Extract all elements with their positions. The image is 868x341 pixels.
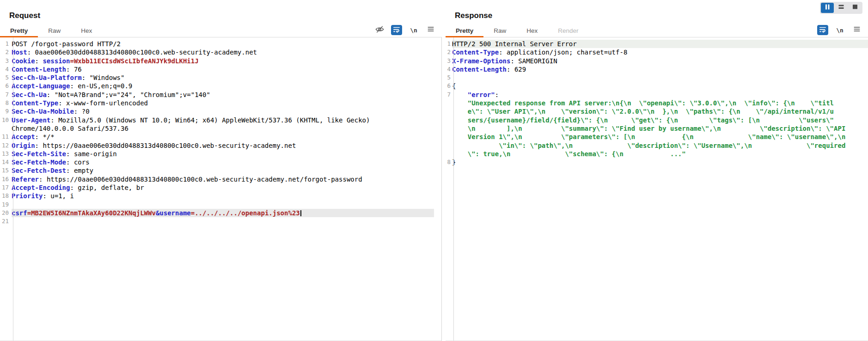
line-number: 5 — [446, 73, 452, 82]
code-text: sers/{username}/field/{field}\": {\n \"g… — [452, 116, 868, 124]
word-wrap-button[interactable] — [391, 25, 402, 35]
rows-layout-icon — [835, 2, 848, 14]
code-line: 2Host: 0aae006e030dd0488313d40800c100c0.… — [0, 48, 434, 56]
code-text: Sec-Fetch-Dest: empty — [12, 166, 434, 175]
code-text: csrf=MB2EW5I6NZnmTAkaXAy60D22KNqjLWWv&us… — [12, 209, 434, 217]
code-line: 4Content-Length: 76 — [0, 65, 434, 73]
tab-pretty[interactable]: Pretty — [446, 25, 483, 37]
tab-pretty[interactable]: Pretty — [0, 25, 38, 37]
code-line: Version 1\",\n \"parameters\": [\n {\n \… — [446, 133, 868, 141]
line-number: 19 — [0, 201, 12, 209]
combined-layout-icon — [849, 2, 862, 14]
line-number — [446, 99, 452, 107]
code-line: sers/{username}/field/{field}\": {\n \"g… — [446, 116, 868, 124]
tab-raw[interactable]: Raw — [38, 25, 71, 37]
columns-layout-button[interactable] — [821, 3, 834, 13]
word-wrap-button[interactable] — [817, 25, 828, 35]
line-number — [0, 124, 12, 133]
code-line: 17Accept-Encoding: gzip, deflate, br — [0, 183, 434, 192]
rows-layout-button[interactable] — [835, 3, 848, 13]
code-text: Host: 0aae006e030dd0488313d40800c100c0.w… — [12, 48, 434, 56]
line-number: 18 — [0, 192, 12, 200]
code-line: 16Referer: https://0aae006e030dd0488313d… — [0, 175, 434, 183]
line-number: 2 — [446, 48, 452, 56]
code-line: 3Cookie: session=Wxbb11ECIsdWScLIbfeANJY… — [0, 57, 434, 65]
code-text: Origin: https://0aae006e030dd0488313d408… — [12, 141, 434, 150]
line-number — [446, 141, 452, 150]
request-editor[interactable]: 1POST /forgot-password HTTP/22Host: 0aae… — [0, 37, 442, 341]
code-text: e\": \"User API\",\n \"version\": \"2.0.… — [452, 107, 868, 116]
code-line: e\": \"User API\",\n \"version\": \"2.0.… — [446, 107, 868, 116]
code-text: } — [452, 158, 868, 166]
line-number: 3 — [446, 57, 452, 65]
nonprintable-chars-button[interactable]: \n — [834, 25, 845, 35]
code-text: Accept: */* — [12, 133, 434, 141]
text-cursor — [300, 210, 301, 216]
eye-off-icon — [375, 24, 385, 36]
code-text: Sec-Fetch-Site: same-origin — [12, 150, 434, 158]
line-number: 10 — [0, 116, 12, 124]
line-number: 8 — [0, 99, 12, 107]
code-line: 19 — [0, 201, 434, 209]
line-number: 21 — [0, 217, 12, 225]
code-text — [452, 73, 868, 82]
code-text: Content-Type: x-www-form-urlencoded — [12, 99, 434, 107]
tab-render: Render — [548, 25, 588, 37]
columns-layout-icon — [821, 2, 834, 14]
hamburger-menu-icon — [853, 25, 861, 35]
line-number: 4 — [446, 65, 452, 73]
code-line: \n ],\n \"summary\": \"Find user by user… — [446, 124, 868, 133]
line-number: 16 — [0, 175, 12, 183]
code-text: Content-Length: 76 — [12, 65, 434, 73]
code-text: \"in\": \"path\",\n \"description\": \"U… — [452, 141, 868, 150]
line-number: 14 — [0, 158, 12, 166]
response-panel: Response PrettyRawHexRender \n — [446, 0, 868, 341]
code-text: Cookie: session=Wxbb11ECIsdWScLIbfeANJYk… — [12, 57, 434, 65]
combined-layout-button[interactable] — [849, 3, 862, 13]
line-number: 5 — [0, 73, 12, 82]
code-line: 8} — [446, 158, 868, 166]
word-wrap-icon — [819, 25, 827, 35]
line-number: 7 — [446, 91, 452, 99]
tab-raw[interactable]: Raw — [483, 25, 516, 37]
code-line: 5Sec-Ch-Ua-Platform: "Windows" — [0, 73, 434, 82]
code-text: Accept-Language: en-US,en;q=0.9 — [12, 82, 434, 90]
code-line: 9Sec-Ch-Ua-Mobile: ?0 — [0, 107, 434, 116]
line-number: 6 — [446, 82, 452, 90]
code-line: 15Sec-Fetch-Dest: empty — [0, 166, 434, 175]
code-text: \n ],\n \"summary\": \"Find user by user… — [452, 124, 868, 133]
code-text: Priority: u=1, i — [12, 192, 434, 200]
tab-hex[interactable]: Hex — [516, 25, 548, 37]
code-text: { — [452, 82, 868, 90]
nonprintable-chars-button[interactable]: \n — [408, 25, 419, 35]
line-number: 4 — [0, 65, 12, 73]
line-number: 2 — [0, 48, 12, 56]
code-line: 13Sec-Fetch-Site: same-origin — [0, 150, 434, 158]
line-number: 12 — [0, 141, 12, 150]
code-line: 6Accept-Language: en-US,en;q=0.9 — [0, 82, 434, 90]
code-text: Sec-Ch-Ua-Mobile: ?0 — [12, 107, 434, 116]
code-text: Sec-Ch-Ua-Platform: "Windows" — [12, 73, 434, 82]
code-text: Sec-Ch-Ua: "Not=A?Brand";v="24", "Chromi… — [12, 91, 434, 99]
line-number — [446, 107, 452, 116]
line-number: 8 — [446, 158, 452, 166]
response-editor[interactable]: 1HTTP/2 500 Internal Server Error2Conten… — [446, 37, 868, 341]
hamburger-menu-icon — [427, 25, 435, 35]
code-line: 11Accept: */* — [0, 133, 434, 141]
word-wrap-icon — [392, 25, 401, 35]
panel-splitter[interactable] — [442, 0, 446, 341]
editor-menu-button[interactable] — [851, 25, 862, 35]
tab-hex[interactable]: Hex — [71, 25, 102, 37]
code-line: 7 "error": — [446, 91, 868, 99]
code-text: POST /forgot-password HTTP/2 — [12, 40, 434, 48]
line-number — [446, 116, 452, 124]
visibility-toggle-button[interactable] — [374, 25, 385, 35]
newline-icon: \n — [410, 27, 417, 34]
code-line: 20csrf=MB2EW5I6NZnmTAkaXAy60D22KNqjLWWv&… — [0, 209, 434, 217]
editor-menu-button[interactable] — [425, 25, 436, 35]
code-text: Chrome/140.0.0.0 Safari/537.36 — [12, 124, 434, 133]
code-line: \": true,\n \"schema\": {\n ..." — [446, 150, 868, 158]
code-line: 3X-Frame-Options: SAMEORIGIN — [446, 57, 868, 65]
code-line: 7Sec-Ch-Ua: "Not=A?Brand";v="24", "Chrom… — [0, 91, 434, 99]
code-line: 2Content-Type: application/json; charset… — [446, 48, 868, 56]
